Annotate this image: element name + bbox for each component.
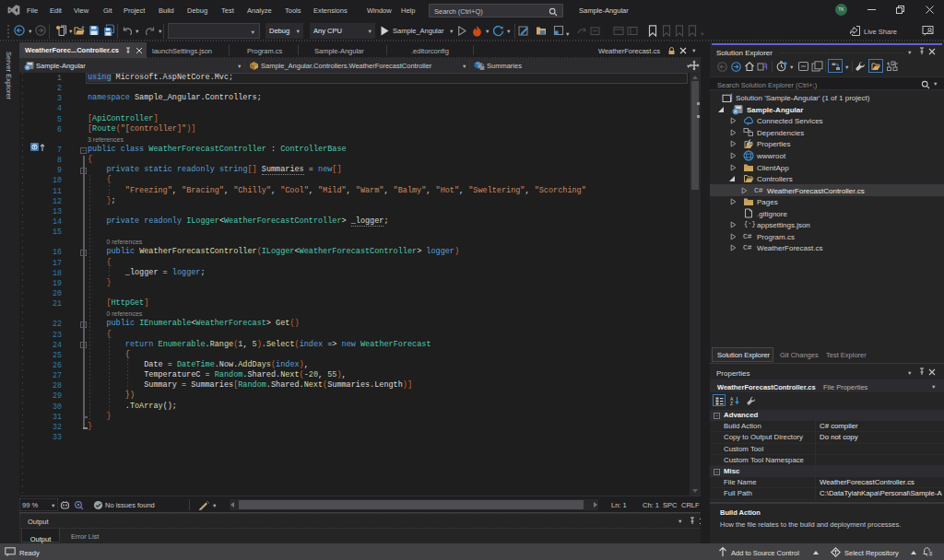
svg-text:Z: Z <box>730 401 733 405</box>
